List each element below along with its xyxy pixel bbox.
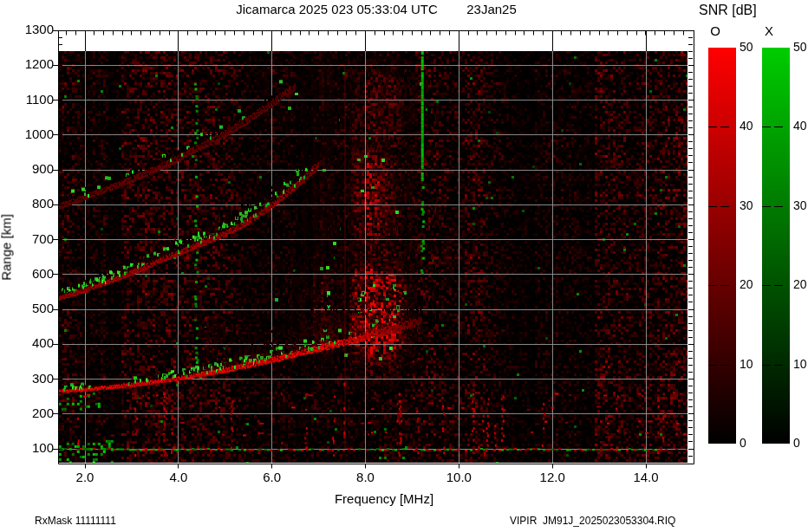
- y-tick-label: 600: [16, 267, 54, 282]
- ionogram-canvas: [0, 0, 808, 532]
- x-tick-label: 14.0: [622, 470, 669, 485]
- y-tick-label: 1000: [16, 127, 54, 142]
- y-tick-label: 1100: [16, 93, 54, 107]
- colorbar-x-label: X: [762, 24, 776, 39]
- colorbar-tick-mark: [762, 285, 771, 286]
- colorbar-o-tick-label: 0: [740, 437, 762, 450]
- y-axis-label: Range [km]: [0, 196, 15, 300]
- y-tick-label: 1300: [16, 23, 54, 37]
- colorbar-tick-mark: [720, 206, 729, 207]
- colorbar-x-tick-label: 50: [793, 41, 808, 54]
- y-tick-label: 100: [16, 441, 54, 456]
- colorbar-tick-mark: [762, 206, 771, 207]
- colorbar-tick-mark: [708, 285, 717, 286]
- y-tick-label: 200: [16, 406, 54, 421]
- y-tick-label: 700: [16, 232, 54, 247]
- plot-title: Jicamarca 2025 023 05:33:04 UTC 23Jan25: [59, 3, 694, 17]
- y-tick-label: 800: [16, 197, 54, 211]
- colorbar-tick-mark: [774, 285, 783, 286]
- colorbar-x-bar: [762, 48, 790, 444]
- x-tick-label: 4.0: [155, 470, 202, 485]
- colorbar-x-tick-label: 10: [793, 358, 808, 371]
- y-tick-label: 400: [16, 336, 54, 351]
- colorbar-tick-mark: [708, 365, 717, 366]
- x-tick-label: 12.0: [529, 470, 576, 485]
- colorbar-o-tick-label: 10: [740, 358, 762, 371]
- ionogram-page: { "page": { "title": "Jicamarca 2025 023…: [0, 0, 808, 532]
- colorbar-o-label: O: [708, 24, 722, 39]
- colorbar-x-tick-label: 20: [793, 278, 808, 291]
- x-tick-label: 6.0: [249, 470, 296, 485]
- colorbar-tick-mark: [720, 285, 729, 286]
- colorbar-tick-mark: [774, 206, 783, 207]
- filename-text: VIPIR JM91J_2025023053304.RIQ: [510, 516, 675, 527]
- colorbar-x-tick-label: 30: [793, 199, 808, 212]
- x-tick-label: 8.0: [342, 470, 389, 485]
- colorbar-tick-mark: [774, 127, 783, 127]
- colorbar-o-tick-label: 50: [740, 41, 762, 54]
- colorbar-o-tick-label: 20: [740, 278, 762, 291]
- y-tick-label: 900: [16, 162, 54, 177]
- colorbar-tick-mark: [720, 127, 729, 127]
- y-tick-label: 500: [16, 302, 54, 316]
- colorbar-o-tick-label: 40: [740, 120, 762, 133]
- colorbar-o-tick-label: 30: [740, 199, 762, 212]
- colorbar-tick-mark: [708, 127, 717, 127]
- colorbar-title: SNR [dB]: [699, 3, 808, 18]
- x-tick-label: 10.0: [435, 470, 482, 485]
- colorbar-x-tick-label: 40: [793, 120, 808, 133]
- x-tick-label: 2.0: [62, 470, 108, 485]
- rxmask-text: RxMask 11111111: [35, 516, 116, 527]
- colorbar-tick-mark: [762, 365, 771, 366]
- colorbar-x-tick-label: 0: [793, 437, 808, 450]
- colorbar-o-bar: [708, 48, 736, 444]
- y-tick-label: 300: [16, 372, 54, 386]
- colorbar-tick-mark: [762, 127, 771, 127]
- colorbar-tick-mark: [774, 365, 783, 366]
- colorbar-tick-mark: [720, 365, 729, 366]
- x-axis-label: Frequency [MHz]: [271, 492, 497, 507]
- y-tick-label: 1200: [16, 57, 54, 72]
- colorbar-tick-mark: [708, 206, 717, 207]
